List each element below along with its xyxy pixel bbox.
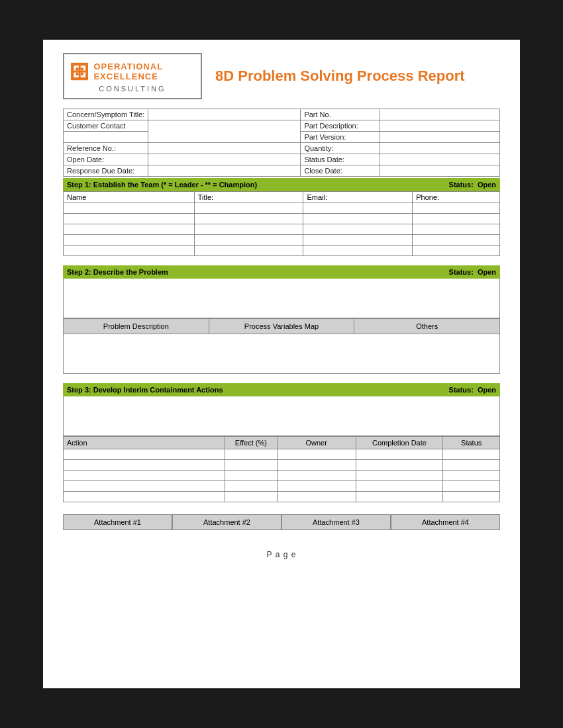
team-col-name: Name <box>64 192 195 203</box>
partver-value <box>380 132 500 143</box>
logo-box: Operational Excellence CONSULTING <box>63 53 202 99</box>
responsedue-value <box>148 165 301 177</box>
action-col-action: Action <box>64 437 225 449</box>
refno-value <box>148 143 301 154</box>
step3-header: Step 3: Develop Interim Containment Acti… <box>63 383 500 396</box>
refno-label: Reference No.: <box>64 143 148 154</box>
statusdate-value <box>380 154 500 165</box>
step2-status-value: Open <box>478 268 496 276</box>
step1-status-label: Status: <box>449 181 474 189</box>
step2-status-label: Status: <box>449 268 474 276</box>
table-row <box>64 460 500 471</box>
team-col-email: Email: <box>303 192 413 203</box>
action-col-completion: Completion Date <box>356 437 443 449</box>
qty-value <box>380 143 500 154</box>
table-row <box>64 492 500 502</box>
opendate-value <box>148 154 301 165</box>
pv-others[interactable]: Others <box>354 319 499 334</box>
svg-rect-8 <box>81 72 83 75</box>
partver-label: Part Version: <box>301 132 380 143</box>
partdesc-value <box>380 120 500 132</box>
logo-text: Operational Excellence <box>93 62 194 81</box>
table-row <box>64 224 500 235</box>
partno-value <box>380 109 500 120</box>
step1-title: Step 1: Establish the Team (* = Leader -… <box>67 181 257 189</box>
step2-lower-area <box>63 334 500 374</box>
page-label: P a g e <box>267 550 297 559</box>
action-col-status: Status <box>443 437 500 449</box>
step3-description-area <box>63 396 500 436</box>
partdesc-label: Part Description: <box>301 120 380 132</box>
pv-process-vars[interactable]: Process Variables Map <box>209 319 355 334</box>
concern-label: Concern/Symptom Title: <box>64 109 148 120</box>
team-col-phone: Phone: <box>413 192 500 203</box>
report-title: 8D Problem Solving Process Report <box>215 68 465 85</box>
team-col-title: Title: <box>194 192 303 203</box>
step1-status: Status: Open <box>449 181 496 189</box>
step2-title: Step 2: Describe the Problem <box>67 268 168 276</box>
table-row <box>64 246 500 256</box>
partno-label: Part No. <box>301 109 380 120</box>
team-table: Name Title: Email: Phone: <box>63 191 500 256</box>
table-row <box>64 449 500 460</box>
attachment-2[interactable]: Attachment #2 <box>172 514 282 530</box>
responsedue-label: Response Due Date: <box>64 165 148 177</box>
step1-status-value: Open <box>478 181 496 189</box>
step1-header: Step 1: Establish the Team (* = Leader -… <box>63 178 500 191</box>
attachment-1[interactable]: Attachment #1 <box>63 514 172 530</box>
page-footer: P a g e <box>63 550 500 559</box>
svg-rect-6 <box>81 68 83 70</box>
step2-description-area <box>63 279 500 318</box>
qty-label: Quantity: <box>301 143 380 154</box>
step2-status: Status: Open <box>449 268 496 276</box>
step3-status-label: Status: <box>449 386 474 394</box>
action-col-effect: Effect (%) <box>225 437 277 449</box>
svg-rect-0 <box>71 63 88 80</box>
concern-value <box>148 109 301 120</box>
report-page: Operational Excellence CONSULTING 8D Pro… <box>43 40 520 688</box>
action-col-owner: Owner <box>277 437 356 449</box>
closedate-value <box>380 165 500 177</box>
step3-title: Step 3: Develop Interim Containment Acti… <box>67 386 223 394</box>
customer-label2 <box>64 132 148 143</box>
customer-value <box>148 120 301 143</box>
action-table: Action Effect (%) Owner Completion Date … <box>63 436 500 502</box>
pv-row: Problem Description Process Variables Ma… <box>63 318 500 334</box>
svg-rect-5 <box>76 68 78 70</box>
table-row <box>64 203 500 214</box>
step2-header: Step 2: Describe the Problem Status: Ope… <box>63 265 500 279</box>
pv-problem-desc[interactable]: Problem Description <box>64 319 209 334</box>
opendate-label: Open Date: <box>64 154 148 165</box>
statusdate-label: Status Date: <box>301 154 380 165</box>
attachment-4[interactable]: Attachment #4 <box>391 514 500 530</box>
logo-sub: CONSULTING <box>99 85 166 93</box>
step3-status: Status: Open <box>449 386 496 394</box>
attachments-row: Attachment #1 Attachment #2 Attachment #… <box>63 514 500 530</box>
step3-status-value: Open <box>478 386 496 394</box>
header: Operational Excellence CONSULTING 8D Pro… <box>63 53 500 99</box>
closedate-label: Close Date: <box>301 165 380 177</box>
svg-rect-7 <box>76 72 78 75</box>
logo-top: Operational Excellence <box>71 60 194 83</box>
table-row <box>64 235 500 246</box>
attachment-3[interactable]: Attachment #3 <box>282 514 391 530</box>
table-row <box>64 214 500 224</box>
logo-icon <box>71 60 88 83</box>
table-row <box>64 471 500 481</box>
customer-label: Customer Contact <box>64 120 148 132</box>
form-fields: Concern/Symptom Title: Part No. Customer… <box>63 109 500 177</box>
table-row <box>64 481 500 492</box>
